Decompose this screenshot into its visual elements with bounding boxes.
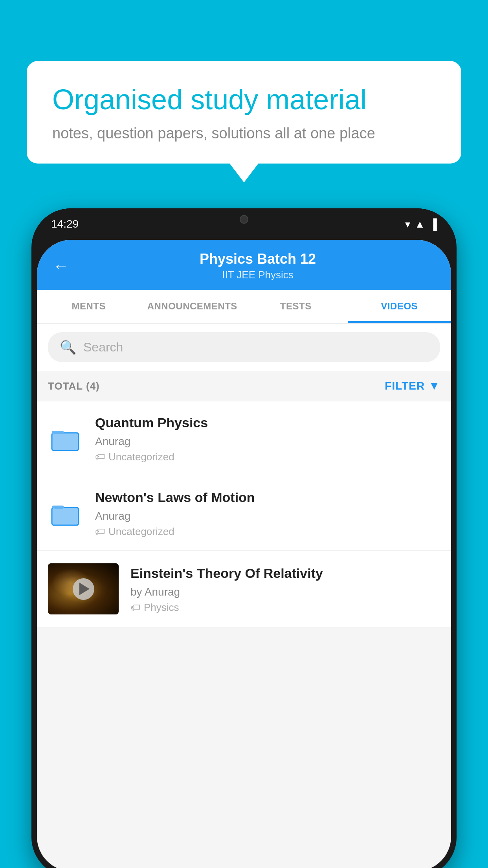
search-placeholder: Search (83, 340, 123, 355)
tab-announcements[interactable]: ANNOUNCEMENTS (141, 290, 244, 323)
video-title: Newton's Laws of Motion (95, 489, 440, 506)
status-bar: 14:29 ▾ ▲ ▐ (31, 208, 457, 240)
speech-bubble: Organised study material notes, question… (27, 61, 461, 164)
speech-bubble-container: Organised study material notes, question… (27, 61, 461, 164)
search-box[interactable]: 🔍 Search (48, 332, 440, 362)
video-title: Einstein's Theory Of Relativity (130, 565, 440, 582)
folder-icon (50, 500, 81, 527)
tab-ments[interactable]: MENTS (37, 290, 141, 323)
filter-label: FILTER (385, 380, 425, 392)
video-info: Quantum Physics Anurag 🏷 Uncategorized (95, 414, 440, 463)
back-button[interactable]: ← (53, 257, 69, 276)
phone-screen: ← Physics Batch 12 IIT JEE Physics MENTS… (37, 240, 451, 868)
video-title: Quantum Physics (95, 414, 440, 431)
phone-notch (213, 208, 275, 230)
video-info: Einstein's Theory Of Relativity by Anura… (130, 565, 440, 614)
video-author: Anurag (95, 435, 440, 448)
video-tag: 🏷 Physics (130, 601, 440, 614)
bubble-title: Organised study material (52, 83, 436, 116)
video-author: by Anurag (130, 586, 440, 598)
filter-button[interactable]: FILTER ▼ (385, 380, 440, 392)
folder-icon (50, 425, 81, 452)
video-tag: 🏷 Uncategorized (95, 451, 440, 463)
battery-icon: ▐ (430, 218, 437, 230)
video-tag: 🏷 Uncategorized (95, 526, 440, 538)
search-container: 🔍 Search (37, 324, 451, 371)
play-button[interactable] (73, 578, 94, 600)
video-author: Anurag (95, 510, 440, 522)
list-item[interactable]: Einstein's Theory Of Relativity by Anura… (37, 551, 451, 627)
phone-frame: 14:29 ▾ ▲ ▐ ← Physics Batch 12 IIT JEE P… (31, 208, 457, 868)
svg-rect-2 (52, 508, 79, 525)
svg-rect-3 (54, 506, 64, 509)
tab-tests[interactable]: TESTS (244, 290, 348, 323)
svg-rect-0 (52, 433, 79, 451)
app-bar-subtitle: IIT JEE Physics (80, 269, 435, 281)
search-icon: 🔍 (60, 339, 76, 355)
status-time: 14:29 (51, 218, 79, 230)
list-item[interactable]: Newton's Laws of Motion Anurag 🏷 Uncateg… (37, 476, 451, 551)
total-label: TOTAL (4) (48, 380, 100, 392)
app-bar-title: Physics Batch 12 (80, 251, 435, 267)
tag-icon: 🏷 (95, 526, 105, 538)
tag-label: Uncategorized (108, 526, 174, 538)
tag-icon: 🏷 (130, 601, 141, 614)
tab-videos[interactable]: VIDEOS (348, 290, 451, 323)
wifi-icon: ▾ (405, 218, 410, 230)
tag-icon: 🏷 (95, 451, 105, 463)
bubble-subtitle: notes, question papers, solutions all at… (52, 125, 436, 142)
svg-rect-1 (54, 431, 64, 434)
video-thumbnail (48, 563, 119, 614)
tag-label: Uncategorized (108, 451, 174, 463)
app-bar: ← Physics Batch 12 IIT JEE Physics (37, 240, 451, 290)
list-item[interactable]: Quantum Physics Anurag 🏷 Uncategorized (37, 401, 451, 476)
folder-icon-container (48, 419, 83, 458)
video-info: Newton's Laws of Motion Anurag 🏷 Uncateg… (95, 489, 440, 538)
video-list: Quantum Physics Anurag 🏷 Uncategorized (37, 401, 451, 627)
status-icons: ▾ ▲ ▐ (405, 218, 437, 230)
tab-bar: MENTS ANNOUNCEMENTS TESTS VIDEOS (37, 290, 451, 324)
signal-icon: ▲ (415, 218, 425, 230)
play-triangle-icon (79, 583, 90, 595)
filter-row: TOTAL (4) FILTER ▼ (37, 371, 451, 401)
folder-icon-container (48, 494, 83, 533)
tag-label: Physics (144, 601, 179, 614)
filter-funnel-icon: ▼ (429, 380, 440, 392)
app-bar-titles: Physics Batch 12 IIT JEE Physics (80, 251, 435, 281)
camera (240, 215, 248, 224)
